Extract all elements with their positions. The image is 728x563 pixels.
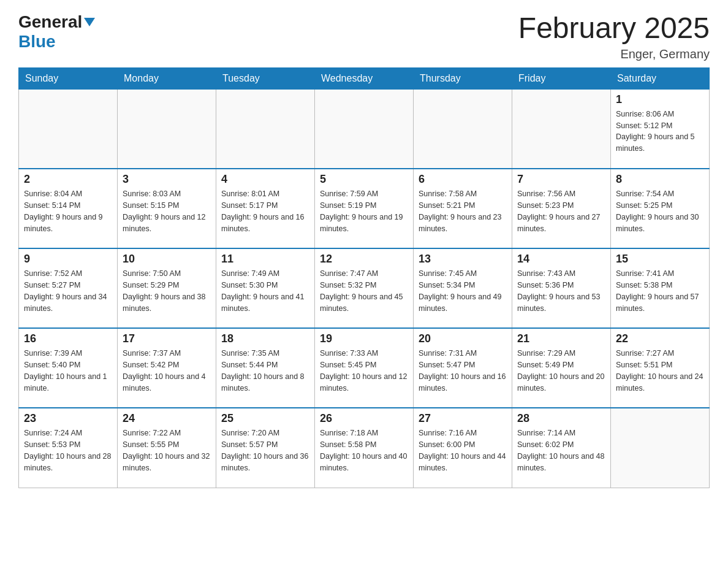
day-info: Sunrise: 8:06 AM Sunset: 5:12 PM Dayligh… [616, 109, 704, 155]
col-tuesday: Tuesday [216, 67, 315, 89]
day-number: 10 [123, 253, 211, 266]
calendar-cell: 1Sunrise: 8:06 AM Sunset: 5:12 PM Daylig… [611, 89, 710, 169]
day-number: 3 [123, 173, 211, 186]
day-number: 27 [419, 412, 507, 425]
day-number: 9 [24, 253, 112, 266]
calendar-cell: 18Sunrise: 7:35 AM Sunset: 5:44 PM Dayli… [216, 328, 315, 408]
day-info: Sunrise: 7:18 AM Sunset: 5:58 PM Dayligh… [320, 427, 408, 473]
calendar-cell: 5Sunrise: 7:59 AM Sunset: 5:19 PM Daylig… [315, 169, 414, 248]
day-number: 16 [24, 332, 112, 345]
day-number: 28 [517, 412, 605, 425]
day-number: 19 [320, 332, 408, 345]
calendar-cell: 27Sunrise: 7:16 AM Sunset: 6:00 PM Dayli… [414, 408, 512, 488]
col-saturday: Saturday [611, 67, 710, 89]
location-subtitle: Enger, Germany [518, 47, 710, 61]
day-info: Sunrise: 7:35 AM Sunset: 5:44 PM Dayligh… [221, 348, 309, 394]
calendar-cell [512, 89, 611, 169]
day-number: 24 [123, 412, 211, 425]
page-header: General Blue February 2025 Enger, German… [18, 12, 710, 61]
day-info: Sunrise: 7:47 AM Sunset: 5:32 PM Dayligh… [320, 268, 408, 314]
title-area: February 2025 Enger, Germany [518, 12, 710, 61]
calendar-cell: 20Sunrise: 7:31 AM Sunset: 5:47 PM Dayli… [414, 328, 512, 408]
calendar-cell: 4Sunrise: 8:01 AM Sunset: 5:17 PM Daylig… [216, 169, 315, 248]
day-number: 12 [320, 253, 408, 266]
calendar-cell: 25Sunrise: 7:20 AM Sunset: 5:57 PM Dayli… [216, 408, 315, 488]
col-friday: Friday [512, 67, 611, 89]
calendar-cell: 12Sunrise: 7:47 AM Sunset: 5:32 PM Dayli… [315, 248, 414, 328]
day-info: Sunrise: 7:16 AM Sunset: 6:00 PM Dayligh… [419, 427, 507, 473]
day-info: Sunrise: 7:27 AM Sunset: 5:51 PM Dayligh… [616, 348, 704, 394]
calendar-cell: 23Sunrise: 7:24 AM Sunset: 5:53 PM Dayli… [19, 408, 118, 488]
col-thursday: Thursday [414, 67, 512, 89]
col-sunday: Sunday [19, 67, 118, 89]
day-info: Sunrise: 7:31 AM Sunset: 5:47 PM Dayligh… [419, 348, 507, 394]
week-row-3: 9Sunrise: 7:52 AM Sunset: 5:27 PM Daylig… [19, 248, 710, 328]
day-info: Sunrise: 7:22 AM Sunset: 5:55 PM Dayligh… [123, 427, 211, 473]
calendar-cell: 13Sunrise: 7:45 AM Sunset: 5:34 PM Dayli… [414, 248, 512, 328]
day-number: 2 [24, 173, 112, 186]
day-number: 25 [221, 412, 309, 425]
calendar-cell: 8Sunrise: 7:54 AM Sunset: 5:25 PM Daylig… [611, 169, 710, 248]
day-info: Sunrise: 7:20 AM Sunset: 5:57 PM Dayligh… [221, 427, 309, 473]
day-info: Sunrise: 7:43 AM Sunset: 5:36 PM Dayligh… [517, 268, 605, 314]
day-info: Sunrise: 7:52 AM Sunset: 5:27 PM Dayligh… [24, 268, 112, 314]
day-number: 13 [419, 253, 507, 266]
day-info: Sunrise: 7:39 AM Sunset: 5:40 PM Dayligh… [24, 348, 112, 394]
calendar-cell: 28Sunrise: 7:14 AM Sunset: 6:02 PM Dayli… [512, 408, 611, 488]
day-number: 8 [616, 173, 704, 186]
day-info: Sunrise: 7:29 AM Sunset: 5:49 PM Dayligh… [517, 348, 605, 394]
calendar-cell: 3Sunrise: 8:03 AM Sunset: 5:15 PM Daylig… [118, 169, 216, 248]
calendar-cell: 21Sunrise: 7:29 AM Sunset: 5:49 PM Dayli… [512, 328, 611, 408]
day-info: Sunrise: 7:37 AM Sunset: 5:42 PM Dayligh… [123, 348, 211, 394]
calendar-cell: 11Sunrise: 7:49 AM Sunset: 5:30 PM Dayli… [216, 248, 315, 328]
day-info: Sunrise: 7:58 AM Sunset: 5:21 PM Dayligh… [419, 188, 507, 234]
calendar-cell [118, 89, 216, 169]
calendar-cell: 26Sunrise: 7:18 AM Sunset: 5:58 PM Dayli… [315, 408, 414, 488]
calendar-header-row: Sunday Monday Tuesday Wednesday Thursday… [19, 67, 710, 89]
week-row-5: 23Sunrise: 7:24 AM Sunset: 5:53 PM Dayli… [19, 408, 710, 488]
day-number: 7 [517, 173, 605, 186]
calendar-cell [19, 89, 118, 169]
day-number: 14 [517, 253, 605, 266]
day-info: Sunrise: 7:54 AM Sunset: 5:25 PM Dayligh… [616, 188, 704, 234]
day-info: Sunrise: 7:14 AM Sunset: 6:02 PM Dayligh… [517, 427, 605, 473]
day-number: 11 [221, 253, 309, 266]
calendar-cell: 7Sunrise: 7:56 AM Sunset: 5:23 PM Daylig… [512, 169, 611, 248]
calendar-cell: 17Sunrise: 7:37 AM Sunset: 5:42 PM Dayli… [118, 328, 216, 408]
svg-marker-0 [84, 18, 95, 26]
day-number: 4 [221, 173, 309, 186]
calendar-cell: 15Sunrise: 7:41 AM Sunset: 5:38 PM Dayli… [611, 248, 710, 328]
calendar-cell: 10Sunrise: 7:50 AM Sunset: 5:29 PM Dayli… [118, 248, 216, 328]
calendar-cell: 9Sunrise: 7:52 AM Sunset: 5:27 PM Daylig… [19, 248, 118, 328]
calendar-cell: 22Sunrise: 7:27 AM Sunset: 5:51 PM Dayli… [611, 328, 710, 408]
logo-arrow-icon [84, 18, 95, 29]
month-year-title: February 2025 [518, 12, 710, 45]
day-info: Sunrise: 7:33 AM Sunset: 5:45 PM Dayligh… [320, 348, 408, 394]
day-number: 17 [123, 332, 211, 345]
day-info: Sunrise: 7:45 AM Sunset: 5:34 PM Dayligh… [419, 268, 507, 314]
day-number: 23 [24, 412, 112, 425]
logo: General Blue [18, 12, 95, 52]
day-number: 18 [221, 332, 309, 345]
day-number: 22 [616, 332, 704, 345]
day-info: Sunrise: 8:01 AM Sunset: 5:17 PM Dayligh… [221, 188, 309, 234]
week-row-4: 16Sunrise: 7:39 AM Sunset: 5:40 PM Dayli… [19, 328, 710, 408]
logo-general-text: General [18, 12, 82, 32]
day-number: 6 [419, 173, 507, 186]
calendar-cell [414, 89, 512, 169]
day-info: Sunrise: 7:24 AM Sunset: 5:53 PM Dayligh… [24, 427, 112, 473]
day-number: 26 [320, 412, 408, 425]
day-info: Sunrise: 7:50 AM Sunset: 5:29 PM Dayligh… [123, 268, 211, 314]
calendar-cell [611, 408, 710, 488]
day-info: Sunrise: 7:41 AM Sunset: 5:38 PM Dayligh… [616, 268, 704, 314]
col-monday: Monday [118, 67, 216, 89]
day-info: Sunrise: 7:49 AM Sunset: 5:30 PM Dayligh… [221, 268, 309, 314]
day-number: 5 [320, 173, 408, 186]
day-info: Sunrise: 7:56 AM Sunset: 5:23 PM Dayligh… [517, 188, 605, 234]
day-number: 20 [419, 332, 507, 345]
day-number: 1 [616, 93, 704, 106]
calendar-cell: 14Sunrise: 7:43 AM Sunset: 5:36 PM Dayli… [512, 248, 611, 328]
calendar-cell [216, 89, 315, 169]
week-row-1: 1Sunrise: 8:06 AM Sunset: 5:12 PM Daylig… [19, 89, 710, 169]
calendar-cell: 24Sunrise: 7:22 AM Sunset: 5:55 PM Dayli… [118, 408, 216, 488]
